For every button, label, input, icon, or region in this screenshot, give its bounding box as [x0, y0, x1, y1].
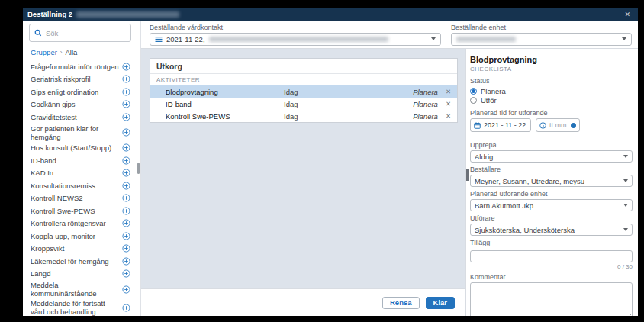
vardkontakt-combobox[interactable]: 2021-11-22, — [150, 33, 441, 46]
radio-planera[interactable]: Planera — [470, 86, 633, 96]
redacted-text — [209, 37, 388, 42]
details-scrollbar-thumb[interactable] — [466, 169, 469, 181]
utkorg-row[interactable]: ID-band Idag Planera ✕ — [150, 98, 457, 110]
activity-action[interactable]: Planera — [413, 112, 438, 121]
add-activity-icon[interactable] — [122, 143, 130, 152]
utforande-enhet-select[interactable]: Barn Akutmott Jkp — [470, 199, 633, 211]
sidebar-item[interactable]: Frågeformulär inför röntgen — [29, 60, 140, 73]
sidebar-item[interactable]: Längd — [29, 268, 140, 281]
sidebar-item[interactable]: Konsultationsremiss — [29, 179, 140, 192]
add-activity-icon[interactable] — [122, 194, 130, 202]
sidebar-item-label: Hos konsult (Start/Stopp) — [29, 143, 114, 153]
utkorg-row[interactable]: Kontroll Swe-PEWS Idag Planera ✕ — [150, 110, 457, 122]
sidebar-item[interactable]: Läkemedel för hemgång — [29, 255, 140, 268]
activity-action[interactable]: Planera — [413, 100, 438, 108]
utforande-enhet-value: Barn Akutmott Jkp — [475, 201, 623, 210]
tillagg-input[interactable] — [470, 250, 633, 262]
sidebar-item[interactable]: Godkänn gips — [29, 98, 140, 111]
sidebar-item[interactable]: KAD In — [29, 167, 140, 180]
order-context-bar: Beställande vårdkontakt 2021-11-22, — [141, 21, 638, 49]
radio-selected-icon[interactable] — [470, 88, 477, 95]
enhet-combobox[interactable] — [451, 33, 632, 46]
breadcrumb: Grupper › Alla — [31, 48, 140, 56]
chevron-down-icon — [623, 155, 628, 158]
sidebar-item[interactable]: Meddela kommun/närstående — [29, 280, 140, 298]
search-input[interactable] — [46, 29, 114, 37]
add-activity-icon[interactable] — [122, 232, 130, 240]
sidebar-item[interactable]: Gips enligt ordination — [29, 85, 140, 98]
clock-icon — [539, 122, 546, 129]
add-activity-icon[interactable] — [122, 156, 130, 165]
tillagg-counter: 0 / 30 — [470, 263, 633, 270]
klar-button[interactable]: Klar — [426, 297, 455, 309]
enhet-label: Beställande enhet — [451, 24, 632, 31]
time-placeholder: tt:mm — [549, 121, 568, 129]
remove-activity-icon[interactable]: ✕ — [446, 112, 451, 120]
sidebar-item-label: Koppla upp, monitor — [29, 231, 98, 241]
sidebar-item-label: ID-band — [29, 156, 60, 166]
remove-activity-icon[interactable]: ✕ — [446, 88, 451, 95]
remove-activity-icon[interactable]: ✕ — [446, 100, 451, 108]
dialog-titlebar: Beställning 2 ✕ — [23, 8, 638, 21]
sidebar-item[interactable]: Koppla upp, monitor — [29, 230, 140, 243]
radio-unselected-icon[interactable] — [470, 97, 477, 104]
add-activity-icon[interactable] — [122, 63, 130, 71]
sidebar-item-label: Läkemedel för hemgång — [29, 256, 111, 266]
sidebar-item-label: Godkänn gips — [29, 99, 79, 109]
breadcrumb-grupper[interactable]: Grupper — [31, 48, 57, 56]
search-box[interactable] — [29, 24, 131, 42]
sidebar-item-label: Frågeformulär inför röntgen — [29, 62, 122, 72]
upprepa-select[interactable]: Aldrig — [470, 150, 633, 163]
bestallare-select[interactable]: Meyner, Susann, Utredare, meysu — [470, 175, 633, 187]
activity-action[interactable]: Planera — [413, 88, 438, 96]
planned-time-input[interactable]: tt:mm — [536, 118, 580, 132]
add-activity-icon[interactable] — [122, 257, 130, 266]
add-activity-icon[interactable] — [122, 304, 130, 312]
sidebar-item[interactable]: Gör patienten klar för hemgång — [29, 124, 140, 142]
sidebar-item[interactable]: Hos konsult (Start/Stopp) — [29, 142, 140, 155]
utforare-label: Utförare — [470, 214, 633, 222]
add-activity-icon[interactable] — [122, 113, 130, 121]
radio-planera-label: Planera — [481, 87, 506, 95]
utforare-select[interactable]: Sjuksköterska, Undersköterska — [470, 224, 633, 236]
sidebar-item[interactable]: Graviditetstest — [29, 111, 140, 124]
planned-date-input[interactable]: 2021 - 11 - 22 — [470, 118, 531, 132]
planned-date-value: 2021 - 11 - 22 — [484, 121, 526, 129]
add-activity-icon[interactable] — [122, 269, 130, 278]
sidebar-item-label: KAD In — [29, 168, 56, 178]
add-activity-icon[interactable] — [122, 244, 130, 253]
sidebar-item[interactable]: ID-band — [29, 154, 140, 167]
add-activity-icon[interactable] — [122, 182, 130, 190]
add-activity-icon[interactable] — [122, 169, 130, 177]
sidebar-item[interactable]: Kontroll NEWS2 — [29, 192, 140, 205]
sidebar-item[interactable]: Kroppsvikt — [29, 243, 140, 256]
add-activity-icon[interactable] — [122, 128, 130, 137]
utkorg-row[interactable]: Blodprovtagning Idag Planera ✕ — [150, 85, 457, 98]
sidebar-item-label: Kroppsvikt — [29, 243, 67, 253]
sidebar-scrollbar-thumb[interactable] — [137, 163, 140, 174]
bestallare-value: Meyner, Susann, Utredare, meysu — [475, 177, 623, 185]
rensa-button[interactable]: Rensa — [382, 297, 420, 309]
sidebar-item[interactable]: Kontroll Swe-PEWS — [29, 204, 140, 217]
kommentar-textarea[interactable] — [470, 282, 633, 317]
sidebar-item-label: Kontrollera röntgensvar — [29, 218, 109, 228]
sidebar-item-label: Graviditetstest — [29, 112, 80, 122]
close-icon[interactable]: ✕ — [624, 11, 630, 18]
sidebar-item[interactable]: Kontrollera röntgensvar — [29, 217, 140, 230]
utkorg-title: Utkorg — [150, 59, 457, 74]
sidebar-item[interactable]: Geriatrisk riskprofil — [29, 73, 140, 86]
add-activity-icon[interactable] — [122, 219, 130, 227]
status-label: Status — [470, 77, 633, 85]
detail-title: Blodprovtagning — [470, 55, 633, 64]
sidebar-item[interactable]: Meddelande för fortsatt vård och behandl… — [29, 298, 140, 316]
time-now-icon[interactable] — [571, 123, 576, 128]
activity-name: ID-band — [166, 100, 284, 108]
add-activity-icon[interactable] — [122, 75, 130, 83]
vardkontakt-label: Beställande vårdkontakt — [150, 24, 441, 31]
add-activity-icon[interactable] — [122, 100, 130, 108]
add-activity-icon[interactable] — [122, 207, 130, 215]
dialog-title: Beställning 2 — [27, 10, 72, 18]
add-activity-icon[interactable] — [122, 88, 130, 96]
radio-utfor[interactable]: Utför — [470, 96, 633, 106]
add-activity-icon[interactable] — [122, 285, 130, 294]
